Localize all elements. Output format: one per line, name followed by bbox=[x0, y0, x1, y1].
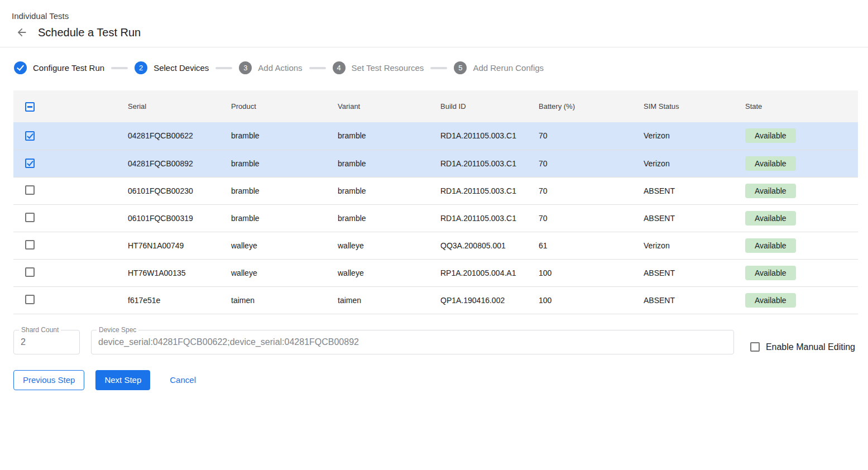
device-row[interactable]: HT76N1A00749 walleye walleye QQ3A.200805… bbox=[13, 232, 858, 259]
step-label: Configure Test Run bbox=[33, 63, 104, 73]
step-connector bbox=[309, 67, 326, 69]
state-badge: Available bbox=[745, 156, 796, 171]
shard-count-field[interactable]: Shard Count 2 bbox=[13, 330, 80, 354]
variant-cell: bramble bbox=[338, 150, 440, 177]
shard-count-label: Shard Count bbox=[19, 326, 61, 334]
row-checkbox[interactable] bbox=[25, 213, 35, 222]
serial-cell: f617e51e bbox=[128, 286, 231, 314]
step-label: Add Rerun Configs bbox=[473, 63, 544, 73]
sim-status-cell: ABSENT bbox=[644, 177, 745, 204]
build-id-cell: QP1A.190416.002 bbox=[440, 286, 539, 314]
device-row[interactable]: 06101FQCB00319 bramble bramble RD1A.2011… bbox=[13, 204, 858, 232]
cancel-button[interactable]: Cancel bbox=[161, 370, 205, 390]
state-badge: Available bbox=[745, 238, 796, 253]
next-step-button[interactable]: Next Step bbox=[95, 370, 150, 390]
battery-cell: 100 bbox=[539, 259, 644, 286]
arrow-back-icon bbox=[16, 26, 28, 39]
sim-status-cell: Verizon bbox=[644, 122, 745, 150]
row-checkbox[interactable] bbox=[25, 131, 35, 141]
select-all-checkbox[interactable] bbox=[25, 102, 35, 112]
enable-manual-editing-label: Enable Manual Editing bbox=[766, 342, 855, 352]
shard-count-value: 2 bbox=[14, 337, 32, 347]
state-badge: Available bbox=[745, 266, 796, 280]
state-badge: Available bbox=[745, 293, 796, 308]
device-row[interactable]: HT76W1A00135 walleye walleye RP1A.201005… bbox=[13, 259, 858, 286]
serial-cell: 06101FQCB00319 bbox=[128, 204, 231, 232]
device-spec-field[interactable]: Device Spec device_serial:04281FQCB00622… bbox=[91, 330, 734, 354]
battery-cell: 70 bbox=[539, 150, 644, 177]
step-select-devices[interactable]: 2 Select Devices bbox=[135, 61, 209, 74]
battery-cell: 70 bbox=[539, 204, 644, 232]
sim-status-cell: Verizon bbox=[644, 150, 745, 177]
breadcrumb: Individual Tests bbox=[12, 11, 868, 21]
product-cell: walleye bbox=[231, 232, 338, 259]
step-number-badge: 3 bbox=[239, 61, 252, 74]
step-label: Select Devices bbox=[154, 63, 209, 73]
page-header: Individual Tests Schedule a Test Run bbox=[0, 0, 868, 47]
step-connector bbox=[430, 67, 447, 69]
build-id-cell: RD1A.201105.003.C1 bbox=[440, 204, 539, 232]
product-cell: bramble bbox=[231, 204, 338, 232]
serial-cell: HT76N1A00749 bbox=[128, 232, 231, 259]
step-set-test-resources[interactable]: 4 Set Test Resources bbox=[333, 61, 424, 74]
sim-status-cell: ABSENT bbox=[644, 286, 745, 314]
battery-cell: 70 bbox=[539, 122, 644, 150]
device-table-body: 04281FQCB00622 bramble bramble RD1A.2011… bbox=[13, 122, 858, 314]
state-badge: Available bbox=[745, 211, 796, 226]
column-header-variant: Variant bbox=[338, 90, 440, 122]
enable-manual-editing-toggle[interactable]: Enable Manual Editing bbox=[750, 342, 855, 352]
row-checkbox[interactable] bbox=[25, 240, 35, 250]
device-row[interactable]: f617e51e taimen taimen QP1A.190416.002 1… bbox=[13, 286, 858, 314]
step-number-badge: 5 bbox=[454, 61, 467, 74]
state-badge: Available bbox=[745, 128, 796, 143]
page-title: Schedule a Test Run bbox=[38, 26, 141, 39]
build-id-cell: RD1A.201105.003.C1 bbox=[440, 150, 539, 177]
row-checkbox[interactable] bbox=[25, 185, 35, 195]
step-complete-check-icon bbox=[14, 61, 27, 74]
column-header-state: State bbox=[745, 90, 858, 122]
device-spec-value: device_serial:04281FQCB00622;device_seri… bbox=[92, 337, 366, 347]
sim-status-cell: ABSENT bbox=[644, 204, 745, 232]
back-button[interactable] bbox=[15, 26, 28, 39]
step-add-rerun-configs[interactable]: 5 Add Rerun Configs bbox=[454, 61, 544, 74]
product-cell: taimen bbox=[231, 286, 338, 314]
device-row[interactable]: 04281FQCB00892 bramble bramble RD1A.2011… bbox=[13, 150, 858, 177]
step-label: Add Actions bbox=[258, 63, 302, 73]
state-badge: Available bbox=[745, 184, 796, 198]
serial-cell: 04281FQCB00622 bbox=[128, 122, 231, 150]
row-checkbox[interactable] bbox=[25, 295, 35, 304]
step-configure-test-run[interactable]: Configure Test Run bbox=[14, 61, 104, 74]
battery-cell: 100 bbox=[539, 286, 644, 314]
serial-cell: HT76W1A00135 bbox=[128, 259, 231, 286]
variant-cell: bramble bbox=[338, 177, 440, 204]
serial-cell: 06101FQCB00230 bbox=[128, 177, 231, 204]
column-header-sim-status: SIM Status bbox=[644, 90, 745, 122]
previous-step-button[interactable]: Previous Step bbox=[13, 370, 84, 390]
row-checkbox[interactable] bbox=[25, 267, 35, 277]
build-id-cell: QQ3A.200805.001 bbox=[440, 232, 539, 259]
device-table-header-row: Serial Product Variant Build ID Battery … bbox=[13, 90, 858, 122]
actions-row: Previous Step Next Step Cancel bbox=[13, 370, 868, 390]
variant-cell: taimen bbox=[338, 286, 440, 314]
product-cell: walleye bbox=[231, 259, 338, 286]
device-row[interactable]: 06101FQCB00230 bramble bramble RD1A.2011… bbox=[13, 177, 858, 204]
build-id-cell: RP1A.201005.004.A1 bbox=[440, 259, 539, 286]
product-cell: bramble bbox=[231, 150, 338, 177]
stepper: Configure Test Run 2 Select Devices 3 Ad… bbox=[14, 61, 868, 74]
step-connector bbox=[215, 67, 232, 69]
product-cell: bramble bbox=[231, 122, 338, 150]
battery-cell: 70 bbox=[539, 177, 644, 204]
column-header-product: Product bbox=[231, 90, 338, 122]
battery-cell: 61 bbox=[539, 232, 644, 259]
column-header-battery: Battery (%) bbox=[539, 90, 644, 122]
step-add-actions[interactable]: 3 Add Actions bbox=[239, 61, 302, 74]
device-row[interactable]: 04281FQCB00622 bramble bramble RD1A.2011… bbox=[13, 122, 858, 150]
sim-status-cell: ABSENT bbox=[644, 259, 745, 286]
step-number-badge: 4 bbox=[333, 61, 346, 74]
enable-manual-editing-checkbox[interactable] bbox=[750, 342, 760, 352]
variant-cell: bramble bbox=[338, 204, 440, 232]
column-header-build-id: Build ID bbox=[440, 90, 539, 122]
row-checkbox[interactable] bbox=[25, 159, 35, 168]
step-connector bbox=[111, 67, 128, 69]
device-spec-label: Device Spec bbox=[97, 326, 138, 334]
